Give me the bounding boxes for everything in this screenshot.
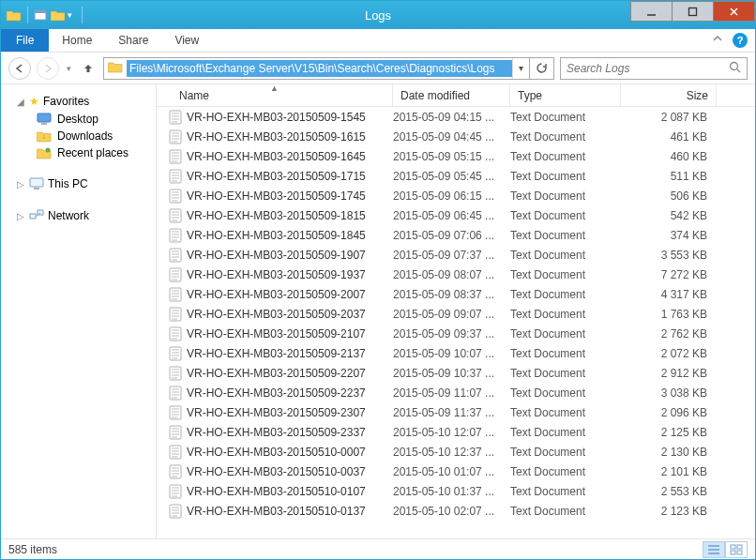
file-name: VR-HO-EXH-MB03-20150510-0007 — [187, 446, 366, 459]
file-row[interactable]: VR-HO-EXH-MB03-20150509-17452015-05-09 0… — [157, 186, 755, 205]
svg-rect-3 — [689, 8, 697, 15]
file-row[interactable]: VR-HO-EXH-MB03-20150509-20072015-05-09 0… — [157, 284, 755, 304]
tab-view[interactable]: View — [161, 29, 212, 52]
nav-item-recent-places[interactable]: Recent places — [1, 144, 156, 161]
column-header-date[interactable]: Date modified — [393, 84, 510, 106]
file-row[interactable]: VR-HO-EXH-MB03-20150509-21072015-05-09 0… — [157, 324, 755, 343]
qat-item-1[interactable] — [34, 8, 49, 22]
file-name: VR-HO-EXH-MB03-20150509-1615 — [187, 130, 366, 144]
file-date: 2015-05-10 02:07 ... — [393, 505, 510, 518]
tab-share[interactable]: Share — [105, 29, 161, 52]
search-input[interactable] — [567, 62, 729, 75]
downloads-icon — [37, 129, 52, 143]
qat-dropdown-icon[interactable]: ▾ — [68, 10, 76, 20]
file-name: VR-HO-EXH-MB03-20150509-2107 — [187, 327, 366, 341]
search-icon[interactable] — [729, 61, 741, 76]
file-row[interactable]: VR-HO-EXH-MB03-20150509-17152015-05-09 0… — [157, 166, 755, 186]
file-name: VR-HO-EXH-MB03-20150509-2337 — [187, 426, 366, 439]
nav-favorites[interactable]: ◢ ★ Favorites — [1, 92, 156, 111]
column-header-type[interactable]: Type — [510, 84, 621, 106]
help-button[interactable]: ? — [733, 33, 748, 48]
view-thumbnails-button[interactable] — [725, 541, 748, 558]
file-size: 2 123 KB — [621, 505, 717, 518]
file-date: 2015-05-09 11:07 ... — [393, 386, 510, 400]
file-row[interactable]: VR-HO-EXH-MB03-20150509-23372015-05-10 1… — [157, 422, 755, 442]
file-name: VR-HO-EXH-MB03-20150509-1937 — [187, 268, 366, 281]
file-row[interactable]: VR-HO-EXH-MB03-20150510-01072015-05-10 0… — [157, 481, 755, 501]
file-size: 2 130 KB — [621, 446, 717, 459]
file-size: 2 087 KB — [621, 111, 717, 124]
expand-icon[interactable]: ▷ — [16, 179, 25, 189]
file-row[interactable]: VR-HO-EXH-MB03-20150509-22072015-05-09 1… — [157, 363, 755, 383]
file-date: 2015-05-09 10:07 ... — [393, 347, 510, 360]
svg-rect-1 — [35, 10, 46, 13]
file-type: Text Document — [510, 327, 621, 341]
file-type: Text Document — [510, 130, 621, 144]
file-row[interactable]: VR-HO-EXH-MB03-20150509-21372015-05-09 1… — [157, 343, 755, 363]
navigation-pane: ◢ ★ Favorites Desktop Downloads Recent p… — [1, 84, 157, 538]
file-type: Text Document — [510, 367, 621, 380]
file-name: VR-HO-EXH-MB03-20150509-2207 — [187, 367, 366, 380]
text-file-icon — [168, 267, 183, 282]
file-row[interactable]: VR-HO-EXH-MB03-20150510-01372015-05-10 0… — [157, 501, 755, 521]
file-row[interactable]: VR-HO-EXH-MB03-20150509-19072015-05-09 0… — [157, 245, 755, 265]
file-row[interactable]: VR-HO-EXH-MB03-20150509-22372015-05-09 1… — [157, 383, 755, 402]
tab-home[interactable]: Home — [49, 29, 105, 52]
file-type: Text Document — [510, 268, 621, 281]
address-input[interactable] — [127, 60, 512, 77]
column-header-name[interactable]: ▲ Name — [157, 84, 393, 106]
file-row[interactable]: VR-HO-EXH-MB03-20150509-18152015-05-09 0… — [157, 205, 755, 225]
nav-thispc-label: This PC — [48, 177, 88, 190]
svg-rect-125 — [737, 545, 742, 549]
maximize-button[interactable] — [672, 1, 714, 22]
nav-item-label: Downloads — [57, 129, 113, 143]
column-headers: ▲ Name Date modified Type Size — [157, 84, 755, 107]
minimize-button[interactable] — [630, 1, 673, 22]
collapse-icon[interactable]: ◢ — [16, 97, 25, 107]
file-rows[interactable]: VR-HO-EXH-MB03-20150509-15452015-05-09 0… — [157, 107, 755, 538]
close-button[interactable] — [713, 1, 755, 22]
history-dropdown-icon[interactable]: ▾ — [65, 64, 73, 73]
file-row[interactable]: VR-HO-EXH-MB03-20150510-00072015-05-10 1… — [157, 442, 755, 462]
file-type: Text Document — [510, 229, 621, 242]
file-name: VR-HO-EXH-MB03-20150509-2037 — [187, 308, 366, 321]
file-row[interactable]: VR-HO-EXH-MB03-20150509-23072015-05-09 1… — [157, 402, 755, 422]
file-size: 374 KB — [621, 229, 717, 242]
column-header-size[interactable]: Size — [621, 84, 717, 106]
file-type: Text Document — [510, 406, 621, 419]
nav-network[interactable]: ▷ Network — [1, 206, 156, 225]
file-name: VR-HO-EXH-MB03-20150509-1815 — [187, 209, 366, 222]
file-row[interactable]: VR-HO-EXH-MB03-20150509-19372015-05-09 0… — [157, 265, 755, 284]
expand-ribbon-icon[interactable] — [706, 31, 729, 51]
view-details-button[interactable] — [703, 541, 725, 558]
back-button[interactable] — [8, 57, 31, 80]
forward-button[interactable] — [37, 57, 59, 80]
address-bar[interactable]: ▾ — [103, 57, 530, 80]
file-size: 2 762 KB — [621, 327, 717, 341]
nav-this-pc[interactable]: ▷ This PC — [1, 174, 156, 193]
file-size: 2 072 KB — [621, 347, 717, 360]
nav-item-desktop[interactable]: Desktop — [1, 111, 156, 128]
nav-item-downloads[interactable]: Downloads — [1, 128, 156, 144]
qat-item-2[interactable] — [51, 8, 66, 22]
file-date: 2015-05-09 09:07 ... — [393, 308, 510, 321]
tab-file[interactable]: File — [1, 29, 49, 52]
file-row[interactable]: VR-HO-EXH-MB03-20150509-18452015-05-09 0… — [157, 225, 755, 245]
file-row[interactable]: VR-HO-EXH-MB03-20150510-00372015-05-10 0… — [157, 462, 755, 481]
expand-icon[interactable]: ▷ — [16, 211, 25, 221]
file-size: 4 317 KB — [621, 288, 717, 301]
address-dropdown-icon[interactable]: ▾ — [512, 58, 529, 79]
search-box[interactable] — [560, 57, 748, 80]
file-size: 542 KB — [621, 209, 717, 222]
sort-asc-icon: ▲ — [270, 84, 279, 93]
refresh-button[interactable] — [530, 57, 554, 80]
file-row[interactable]: VR-HO-EXH-MB03-20150509-16152015-05-09 0… — [157, 127, 755, 146]
file-name: VR-HO-EXH-MB03-20150510-0037 — [187, 465, 366, 478]
nav-favorites-label: Favorites — [43, 95, 89, 108]
file-type: Text Document — [510, 446, 621, 459]
up-button[interactable] — [79, 59, 98, 78]
file-row[interactable]: VR-HO-EXH-MB03-20150509-15452015-05-09 0… — [157, 107, 755, 127]
file-row[interactable]: VR-HO-EXH-MB03-20150509-20372015-05-09 0… — [157, 304, 755, 324]
file-date: 2015-05-09 09:37 ... — [393, 327, 510, 341]
file-row[interactable]: VR-HO-EXH-MB03-20150509-16452015-05-09 0… — [157, 146, 755, 166]
